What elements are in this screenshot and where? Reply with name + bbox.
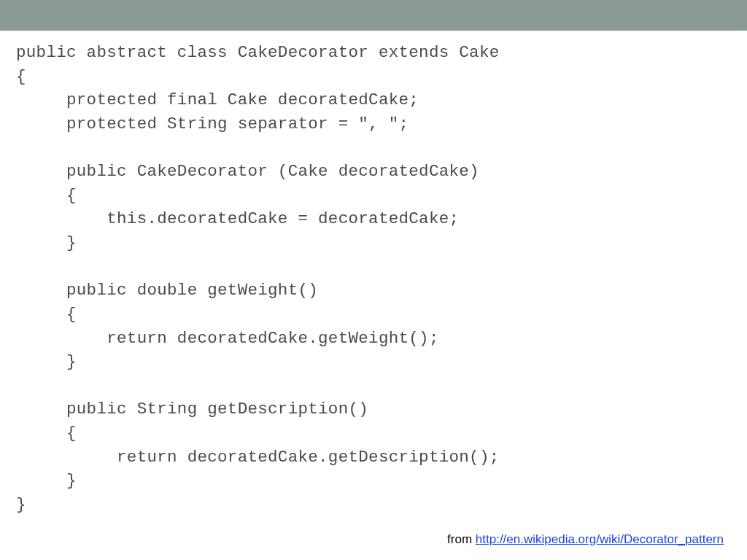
source-link[interactable]: http://en.wikipedia.org/wiki/Decorator_p…	[476, 532, 724, 546]
code-block: public abstract class CakeDecorator exte…	[0, 31, 747, 517]
header-bar	[0, 0, 747, 31]
attribution-footer: from http://en.wikipedia.org/wiki/Decora…	[447, 532, 724, 547]
attribution-prefix: from	[447, 532, 476, 546]
